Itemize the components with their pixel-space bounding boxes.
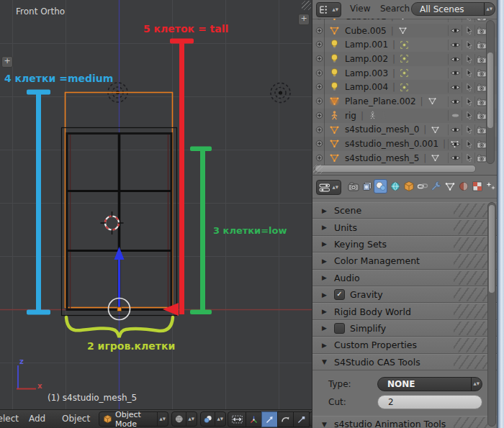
tab-render-layers[interactable] <box>360 179 374 193</box>
visibility-eye-icon[interactable] <box>448 40 462 50</box>
panel-header[interactable]: ▶ Scene <box>312 202 497 219</box>
panel-header[interactable]: ▼ s4studio Animation Tools <box>312 416 497 428</box>
panel-header[interactable]: ▶ Audio <box>312 270 497 286</box>
outliner-item-label[interactable]: Cube.001 <box>345 19 387 22</box>
selectability-cursor-icon[interactable] <box>462 19 475 22</box>
expand-plus-icon[interactable] <box>315 153 324 163</box>
properties-vertical-scrollbar[interactable] <box>487 202 496 427</box>
expand-plus-icon[interactable] <box>315 68 324 78</box>
visibility-eye-icon[interactable] <box>448 82 462 93</box>
scale-tool-button[interactable] <box>293 411 310 427</box>
selectability-cursor-icon[interactable] <box>462 96 475 107</box>
panel-header[interactable]: ▶ ✓ Gravity <box>312 286 497 303</box>
empty-object-icon[interactable] <box>271 83 290 103</box>
visibility-eye-icon[interactable] <box>448 96 462 107</box>
expand-plus-icon[interactable] <box>315 40 324 49</box>
outliner-row[interactable]: s4studio_mesh_0 | <box>312 123 497 137</box>
tab-texture[interactable] <box>470 179 484 193</box>
visibility-eye-icon[interactable] <box>448 19 462 22</box>
outliner-row[interactable]: Cube.001 | <box>312 19 497 24</box>
visibility-eye-icon[interactable] <box>448 25 462 36</box>
outliner-vertical-scrollbar[interactable] <box>486 20 495 164</box>
expand-plus-icon[interactable] <box>315 125 324 135</box>
panel-header[interactable]: ▶ Custom Properties <box>312 337 497 353</box>
visibility-eye-icon[interactable] <box>448 68 462 78</box>
outliner-item-label[interactable]: Lamp.003 <box>345 68 388 78</box>
panel-header[interactable]: ▶ Rigid Body World <box>312 303 497 319</box>
tab-particles[interactable] <box>484 179 497 193</box>
selectability-cursor-icon[interactable] <box>462 152 475 163</box>
expand-plus-icon[interactable] <box>315 54 324 63</box>
outliner-row[interactable]: Lamp.002 | <box>312 52 497 66</box>
selectability-cursor-icon[interactable] <box>462 25 475 36</box>
selectability-cursor-icon[interactable] <box>462 110 475 121</box>
menu-add[interactable]: Add <box>29 414 45 424</box>
tab-material[interactable] <box>456 179 470 193</box>
outliner-item-label[interactable]: Plane_Plane.002 <box>345 96 416 106</box>
selectability-cursor-icon[interactable] <box>462 139 475 150</box>
panel-header[interactable]: ▶ Simplify <box>312 320 497 337</box>
panel-header[interactable]: ▼ S4Studio CAS Tools <box>312 354 497 370</box>
expand-plus-icon[interactable] <box>315 139 324 148</box>
editor-type-button[interactable]: ▲▼ <box>316 180 341 195</box>
outliner-menu-view[interactable]: View <box>350 4 370 14</box>
expand-plus-icon[interactable] <box>315 26 324 35</box>
selectability-cursor-icon[interactable] <box>462 54 475 65</box>
panel-header[interactable]: ▶ Units <box>312 219 497 235</box>
scrollbar-thumb[interactable] <box>487 53 493 128</box>
menu-select[interactable]: Select <box>0 414 19 424</box>
scene-filter-dropdown[interactable]: All Scenes ▲▼ <box>411 2 495 16</box>
manipulator-toggle[interactable] <box>228 411 246 427</box>
tab-object-data[interactable] <box>443 179 456 193</box>
expand-plus-icon[interactable] <box>315 82 324 91</box>
visibility-eye-icon[interactable] <box>448 152 462 163</box>
properties-shelf-expand-button[interactable]: + <box>298 14 310 25</box>
tab-modifiers[interactable] <box>429 179 443 193</box>
outliner-item-label[interactable]: Lamp.002 <box>345 54 388 64</box>
tab-world[interactable] <box>388 179 402 193</box>
outliner-item-label[interactable]: s4studio_mesh_0.001 <box>345 139 438 149</box>
cut-field[interactable]: 2 <box>377 395 482 409</box>
pivot-dropdown[interactable]: ▲▼ <box>200 411 226 427</box>
outliner-item-label[interactable]: Lamp.001 <box>345 40 388 50</box>
outliner-row[interactable]: Lamp.001 | <box>312 37 497 52</box>
expand-plus-icon[interactable] <box>315 96 324 106</box>
rotate-tool-button[interactable] <box>277 411 294 427</box>
outliner-menu-search[interactable]: Search <box>380 4 410 14</box>
outliner-row[interactable]: Lamp.004 | <box>312 80 497 94</box>
toolshelf-expand-button[interactable]: + <box>1 56 13 68</box>
scrollbar-thumb[interactable] <box>489 205 495 293</box>
outliner-row[interactable]: Lamp.003 | <box>312 66 497 81</box>
outliner-row[interactable]: s4studio_mesh_0.001 | <box>312 137 497 151</box>
outliner-item-label[interactable]: Cube.005 <box>345 26 387 36</box>
panel-header[interactable]: ▶ Keying Sets <box>312 236 497 252</box>
outliner-item-label[interactable]: rig <box>345 111 356 121</box>
visibility-eye-icon[interactable] <box>448 124 462 135</box>
translate-tool-button[interactable] <box>261 411 278 427</box>
visibility-eye-icon[interactable] <box>448 54 462 65</box>
editor-type-button[interactable]: ▲▼ <box>316 2 341 17</box>
visibility-eye-icon[interactable] <box>448 139 462 150</box>
tab-object[interactable] <box>402 179 415 193</box>
expand-plus-icon[interactable] <box>315 111 324 120</box>
tab-render[interactable] <box>346 179 360 193</box>
outliner-item-label[interactable]: s4studio_mesh_5 <box>345 153 419 163</box>
selectability-cursor-icon[interactable] <box>462 68 475 78</box>
tab-constraints[interactable] <box>415 179 429 193</box>
outliner-row[interactable]: rig | <box>312 109 497 123</box>
shading-dropdown[interactable]: ▲▼ <box>171 411 197 427</box>
expand-plus-icon[interactable] <box>315 19 324 21</box>
outliner-item-label[interactable]: s4studio_mesh_0 <box>345 124 419 135</box>
panel-checkbox[interactable] <box>334 323 345 334</box>
type-dropdown[interactable]: NONE ▲▼ <box>377 377 482 391</box>
area-resize-grip[interactable] <box>302 1 311 10</box>
outliner-horizontal-scrollbar[interactable] <box>315 165 476 173</box>
visibility-eye-icon[interactable] <box>448 110 462 121</box>
mode-dropdown[interactable]: Object Mode ▲▼ <box>99 411 168 427</box>
tab-scene[interactable] <box>374 179 387 193</box>
3d-viewport[interactable]: Front Ortho 5 клеток = tall 4 клетки =me… <box>0 0 312 428</box>
panel-checkbox[interactable]: ✓ <box>334 289 345 300</box>
menu-object[interactable]: Object <box>62 414 90 424</box>
selectability-cursor-icon[interactable] <box>462 124 475 135</box>
outliner-row[interactable]: s4studio_mesh_5 | <box>312 151 497 165</box>
